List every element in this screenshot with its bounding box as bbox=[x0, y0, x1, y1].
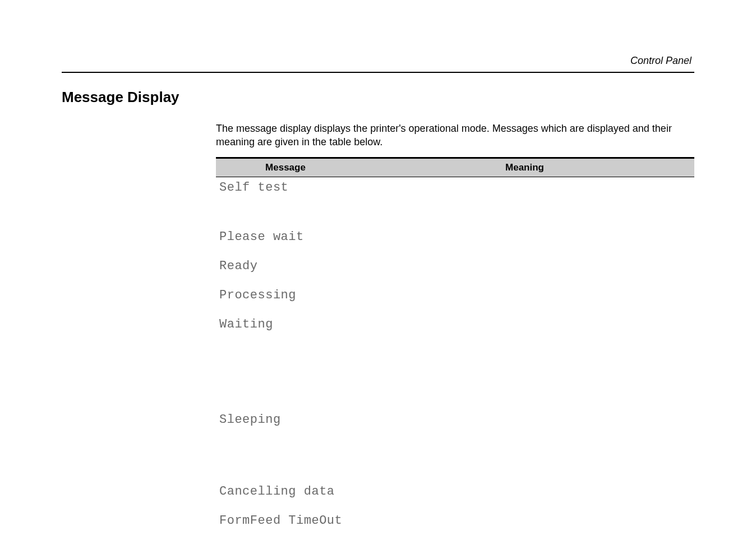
table-row: Sleeping bbox=[216, 408, 694, 481]
message-cell: Please wait bbox=[216, 227, 355, 256]
message-cell: Ready bbox=[216, 256, 355, 285]
message-cell: FormFeed TimeOut bbox=[216, 510, 355, 535]
meaning-cell bbox=[355, 177, 694, 227]
table-row: FormFeed TimeOut bbox=[216, 510, 694, 535]
header-rule bbox=[62, 72, 694, 73]
meaning-cell bbox=[355, 408, 694, 481]
section-title: Message Display bbox=[62, 89, 694, 106]
meaning-cell bbox=[355, 481, 694, 510]
message-cell: Cancelling data bbox=[216, 481, 355, 510]
message-table: Message Meaning Self test Please wait Re… bbox=[216, 157, 694, 535]
table-header-meaning: Meaning bbox=[355, 158, 694, 177]
page-header-section: Control Panel bbox=[630, 55, 692, 67]
table-row: Self test bbox=[216, 177, 694, 227]
message-cell: Self test bbox=[216, 177, 355, 227]
meaning-cell bbox=[355, 314, 694, 408]
table-row: Processing bbox=[216, 285, 694, 314]
meaning-cell bbox=[355, 510, 694, 535]
table-row: Ready bbox=[216, 256, 694, 285]
message-cell: Sleeping bbox=[216, 408, 355, 481]
table-row: Cancelling data bbox=[216, 481, 694, 510]
table-row: Please wait bbox=[216, 227, 694, 256]
table-header-message: Message bbox=[216, 158, 355, 177]
message-cell: Waiting bbox=[216, 314, 355, 408]
meaning-cell bbox=[355, 227, 694, 256]
meaning-cell bbox=[355, 256, 694, 285]
meaning-cell bbox=[355, 285, 694, 314]
table-row: Waiting bbox=[216, 314, 694, 408]
message-cell: Processing bbox=[216, 285, 355, 314]
section-intro: The message display displays the printer… bbox=[216, 122, 694, 149]
